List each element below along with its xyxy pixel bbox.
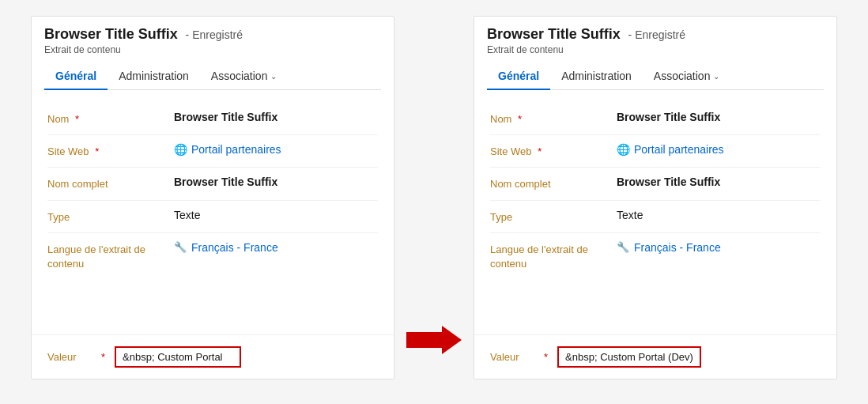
right-label-siteweb: Site Web *: [490, 143, 617, 159]
left-value-nom: Browser Title Suffix: [174, 111, 378, 123]
left-field-nom: Nom * Browser Title Suffix: [47, 103, 378, 134]
right-tab-assoc[interactable]: Association ⌄: [643, 63, 731, 90]
left-field-type: Type Texte: [47, 200, 378, 232]
right-required-siteweb: *: [538, 145, 542, 157]
left-tab-assoc[interactable]: Association ⌄: [200, 63, 289, 90]
left-panel-title-row: Browser Title Suffix - Enregistré: [44, 26, 381, 43]
right-valeur-required: *: [544, 351, 548, 363]
left-label-langue: Langue de l'extrait de contenu: [47, 241, 174, 271]
right-tab-admin[interactable]: Administration: [550, 63, 643, 90]
svg-marker-0: [406, 326, 462, 354]
right-required-nom: *: [518, 113, 522, 125]
left-panel-tabs: Général Administration Association ⌄: [44, 63, 381, 90]
left-value-type: Texte: [174, 209, 378, 221]
right-value-langue[interactable]: 🔧 Français - France: [617, 241, 821, 254]
arrow-container: [402, 324, 466, 379]
left-tab-admin[interactable]: Administration: [108, 63, 200, 90]
right-panel-header: Browser Title Suffix - Enregistré Extrai…: [474, 17, 836, 90]
arrow-icon: [406, 324, 462, 356]
left-panel: Browser Title Suffix - Enregistré Extrai…: [31, 16, 394, 379]
right-valeur-label: Valeur: [490, 351, 538, 363]
right-field-nomcomplet: Nom complet Browser Title Suffix: [490, 167, 821, 199]
right-field-langue: Langue de l'extrait de contenu 🔧 Françai…: [490, 232, 821, 279]
right-field-type: Type Texte: [490, 200, 821, 232]
left-valeur-label: Valeur: [47, 351, 95, 363]
left-label-type: Type: [47, 209, 174, 225]
assoc-chevron-icon: ⌄: [270, 72, 277, 81]
right-field-siteweb: Site Web * 🌐 Portail partenaires: [490, 134, 821, 167]
right-panel-tabs: Général Administration Association ⌄: [487, 63, 824, 90]
left-value-langue[interactable]: 🔧 Français - France: [174, 241, 378, 254]
left-valeur-required: *: [101, 351, 105, 363]
right-value-siteweb[interactable]: 🌐 Portail partenaires: [617, 143, 821, 156]
left-form-section: Nom * Browser Title Suffix Site Web * 🌐 …: [32, 90, 394, 335]
lang-icon-left: 🔧: [174, 241, 187, 254]
left-valeur-section: Valeur * &nbsp; Custom Portal: [32, 335, 394, 379]
left-panel-header: Browser Title Suffix - Enregistré Extrai…: [32, 17, 394, 90]
left-tab-general[interactable]: Général: [44, 63, 108, 90]
lang-icon-right: 🔧: [617, 241, 629, 254]
main-wrapper: Browser Title Suffix - Enregistré Extrai…: [31, 16, 837, 379]
left-required-siteweb: *: [95, 145, 99, 157]
right-panel-saved: - Enregistré: [628, 28, 685, 41]
right-label-langue: Langue de l'extrait de contenu: [490, 241, 617, 271]
left-field-langue: Langue de l'extrait de contenu 🔧 Françai…: [47, 232, 378, 279]
right-panel-subtitle: Extrait de contenu: [487, 44, 824, 55]
right-panel-title: Browser Title Suffix: [487, 26, 621, 42]
right-tab-general[interactable]: Général: [487, 63, 550, 90]
right-value-nom: Browser Title Suffix: [617, 111, 821, 123]
left-required-nom: *: [75, 113, 79, 125]
right-value-nomcomplet: Browser Title Suffix: [617, 176, 821, 188]
left-valeur-box[interactable]: &nbsp; Custom Portal: [115, 346, 241, 368]
left-panel-subtitle: Extrait de contenu: [44, 44, 381, 55]
left-label-nomcomplet: Nom complet: [47, 176, 174, 191]
left-value-siteweb[interactable]: 🌐 Portail partenaires: [174, 143, 378, 156]
left-panel-title: Browser Title Suffix: [44, 26, 178, 42]
left-panel-saved: - Enregistré: [186, 28, 243, 41]
right-valeur-box[interactable]: &nbsp; Custom Portal (Dev): [557, 346, 701, 368]
left-label-nom: Nom *: [47, 111, 174, 126]
right-form-section: Nom * Browser Title Suffix Site Web * 🌐 …: [474, 90, 836, 335]
right-panel-title-row: Browser Title Suffix - Enregistré: [487, 26, 824, 43]
right-value-type: Texte: [617, 209, 821, 221]
left-field-siteweb: Site Web * 🌐 Portail partenaires: [47, 134, 378, 167]
left-value-nomcomplet: Browser Title Suffix: [174, 176, 378, 188]
globe-icon-left: 🌐: [174, 143, 187, 156]
right-valeur-section: Valeur * &nbsp; Custom Portal (Dev): [474, 335, 836, 379]
right-panel: Browser Title Suffix - Enregistré Extrai…: [474, 16, 837, 379]
globe-icon-right: 🌐: [617, 143, 629, 156]
right-field-nom: Nom * Browser Title Suffix: [490, 103, 821, 134]
left-field-nomcomplet: Nom complet Browser Title Suffix: [47, 167, 378, 199]
right-assoc-chevron-icon: ⌄: [713, 72, 719, 81]
right-label-nom: Nom *: [490, 111, 617, 126]
right-label-type: Type: [490, 209, 617, 225]
left-label-siteweb: Site Web *: [47, 143, 174, 159]
right-label-nomcomplet: Nom complet: [490, 176, 617, 191]
